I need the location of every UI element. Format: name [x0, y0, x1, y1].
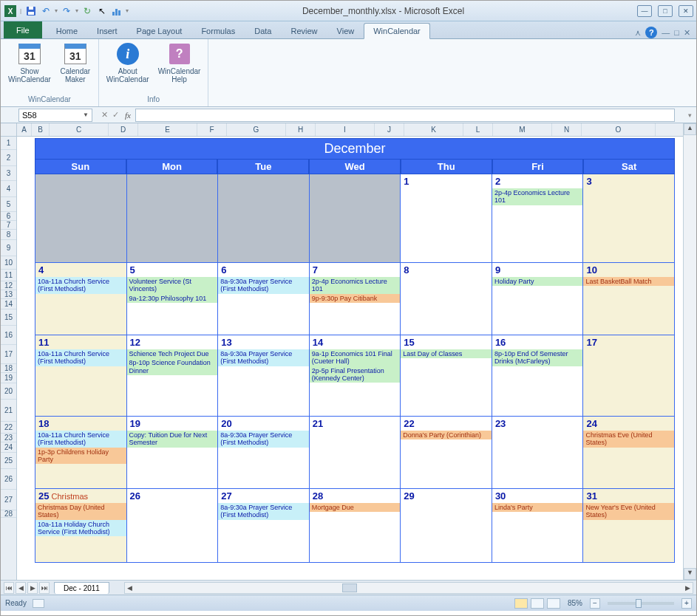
close-button[interactable]: ✕	[679, 5, 693, 17]
calendar-day-cell[interactable]	[127, 174, 219, 263]
row-header[interactable]: 21	[1, 400, 16, 422]
calendar-day-cell[interactable]: 278a-9:30a Prayer Service (First Methodi…	[218, 489, 310, 563]
row-header[interactable]: 24	[1, 442, 16, 453]
calendar-event[interactable]: 8a-9:30a Prayer Service (First Methodist…	[218, 349, 309, 366]
formula-input[interactable]	[135, 109, 675, 122]
calendar-day-cell[interactable]: 138a-9:30a Prayer Service (First Methodi…	[218, 335, 310, 417]
name-box-dropdown-icon[interactable]: ▼	[83, 112, 89, 118]
calendar-day-cell[interactable]: 10Last BasketBall Match	[583, 263, 675, 335]
page-break-view-button[interactable]	[547, 598, 560, 609]
row-header[interactable]: 9	[1, 240, 16, 256]
doc-close-icon[interactable]: ✕	[684, 28, 690, 38]
calendar-day-cell[interactable]: 17	[583, 335, 675, 417]
doc-restore-icon[interactable]: □	[674, 28, 679, 37]
scroll-right-arrow[interactable]: ▶	[682, 584, 693, 592]
row-header[interactable]: 22	[1, 422, 16, 434]
wincalendar-help-button[interactable]: ? WinCalendar Help	[155, 41, 204, 94]
tab-view[interactable]: View	[327, 23, 364, 38]
first-sheet-icon[interactable]: ⏮	[4, 582, 14, 594]
calendar-event[interactable]: Last BasketBall Match	[583, 277, 674, 286]
sheet-body[interactable]: ABCDEFGHIJKLMNO December SunMonTueWedThu…	[17, 123, 683, 580]
calendar-day-cell[interactable]: 28Mortgage Due	[310, 489, 401, 563]
calendar-day-cell[interactable]: 15Last Day of Classes	[401, 335, 492, 417]
calendar-event[interactable]: Schience Tech Project Due	[127, 349, 218, 358]
calendar-event[interactable]: Volunteer Service (St Vincents)	[127, 277, 218, 294]
calendar-event[interactable]: 10a-11a Church Service (First Methodist)	[35, 349, 126, 366]
select-all-corner[interactable]	[1, 123, 16, 137]
vertical-scrollbar[interactable]: ▲ ▼	[683, 123, 696, 580]
column-header[interactable]: G	[227, 123, 286, 136]
calendar-event[interactable]: 8a-9:30a Prayer Service (First Methodist…	[218, 431, 309, 448]
calendar-event[interactable]: 8p-10p Science Foundation Dinner	[127, 358, 218, 375]
zoom-in-button[interactable]: +	[681, 598, 692, 609]
tab-home[interactable]: Home	[47, 23, 87, 38]
zoom-slider[interactable]	[608, 602, 674, 605]
calendar-event[interactable]: Christmas Eve (United States)	[583, 431, 674, 448]
calendar-day-cell[interactable]: 410a-11a Church Service (First Methodist…	[35, 263, 127, 335]
tab-page-layout[interactable]: Page Layout	[127, 23, 192, 38]
horizontal-scrollbar[interactable]: ◀ ▶	[124, 582, 693, 594]
calendar-day-cell[interactable]: 21	[310, 417, 401, 489]
calendar-event[interactable]: Christmas Day (United States)	[35, 503, 126, 520]
calendar-day-cell[interactable]: 1810a-11a Church Service (First Methodis…	[35, 417, 127, 489]
row-header[interactable]: 20	[1, 383, 16, 400]
calendar-day-cell[interactable]: 9Holiday Party	[492, 263, 584, 335]
row-header[interactable]: 13	[1, 290, 16, 299]
calendar-day-cell[interactable]	[218, 174, 310, 263]
calendar-day-cell[interactable]: 1110a-11a Church Service (First Methodis…	[35, 335, 127, 417]
row-header[interactable]: 28	[1, 510, 16, 518]
formula-expand-icon[interactable]: ▾	[688, 112, 696, 119]
calendar-day-cell[interactable]: 68a-9:30a Prayer Service (First Methodis…	[218, 263, 310, 335]
last-sheet-icon[interactable]: ⏭	[39, 582, 50, 594]
row-header[interactable]: 8	[1, 230, 16, 240]
calendar-event[interactable]: 10a-11a Church Service (First Methodist)	[35, 431, 126, 448]
row-header[interactable]: 12	[1, 281, 16, 290]
calendar-event[interactable]: 9a-12:30p Philosophy 101	[127, 294, 218, 303]
row-header[interactable]: 1	[1, 137, 16, 150]
minimize-button[interactable]: —	[637, 5, 652, 17]
calendar-event[interactable]: 8p-10p End Of Semester Drinks (McFarleys…	[492, 349, 583, 366]
tab-wincalendar[interactable]: WinCalendar	[364, 23, 430, 39]
maximize-button[interactable]: □	[658, 5, 673, 17]
column-header[interactable]: I	[316, 123, 375, 136]
scroll-track[interactable]	[684, 135, 696, 568]
calendar-day-cell[interactable]: 3	[583, 174, 675, 263]
row-header[interactable]: 17	[1, 345, 16, 364]
row-header[interactable]: 7	[1, 221, 16, 230]
calendar-day-cell[interactable]: 149a-1p Economics 101 Final (Cueter Hall…	[310, 335, 401, 417]
calendar-day-cell[interactable]: 208a-9:30a Prayer Service (First Methodi…	[218, 417, 310, 489]
tab-data[interactable]: Data	[245, 23, 281, 38]
calendar-maker-button[interactable]: 31 Calendar Maker	[57, 41, 94, 94]
row-header[interactable]: 2	[1, 150, 16, 166]
qat-dropdown[interactable]: ▾	[54, 7, 58, 14]
calendar-day-cell[interactable]: 31New Year's Eve (United States)	[583, 489, 675, 563]
calendar-day-cell[interactable]	[310, 174, 401, 263]
calendar-event[interactable]: 2p-4p Economics Lecture 101	[492, 188, 583, 205]
row-header[interactable]: 5	[1, 197, 16, 212]
column-header[interactable]: O	[582, 123, 656, 136]
macro-record-icon[interactable]	[33, 599, 44, 608]
calendar-day-cell[interactable]: 25 ChristmasChristmas Day (United States…	[35, 489, 127, 563]
name-box[interactable]: S58 ▼	[18, 109, 92, 122]
scroll-down-arrow[interactable]: ▼	[684, 568, 696, 580]
column-header[interactable]: N	[552, 123, 582, 136]
tab-file[interactable]: File	[4, 21, 42, 38]
calendar-day-cell[interactable]: 1	[401, 174, 492, 263]
column-header[interactable]: J	[375, 123, 404, 136]
sheet-tab-active[interactable]: Dec - 2011	[54, 582, 109, 594]
scroll-up-arrow[interactable]: ▲	[684, 123, 696, 135]
row-header[interactable]: 26	[1, 469, 16, 490]
calendar-day-cell[interactable]: 23	[492, 417, 584, 489]
row-header[interactable]: 11	[1, 270, 16, 281]
tab-insert[interactable]: Insert	[87, 23, 127, 38]
row-header[interactable]: 6	[1, 212, 16, 221]
calendar-day-cell[interactable]: 168p-10p End Of Semester Drinks (McFarle…	[492, 335, 584, 417]
scroll-thumb[interactable]	[342, 584, 357, 592]
calendar-day-cell[interactable]: 5Volunteer Service (St Vincents)9a-12:30…	[127, 263, 219, 335]
calendar-day-cell[interactable]: 8	[401, 263, 492, 335]
calendar-day-cell[interactable]: 26	[127, 489, 219, 563]
calendar-event[interactable]: 9p-9:30p Pay Citibank	[310, 294, 401, 303]
calendar-day-cell[interactable]: 22Donna's Party (Corinthian)	[401, 417, 492, 489]
row-header[interactable]: 23	[1, 434, 16, 442]
calendar-event[interactable]: Holiday Party	[492, 277, 583, 286]
